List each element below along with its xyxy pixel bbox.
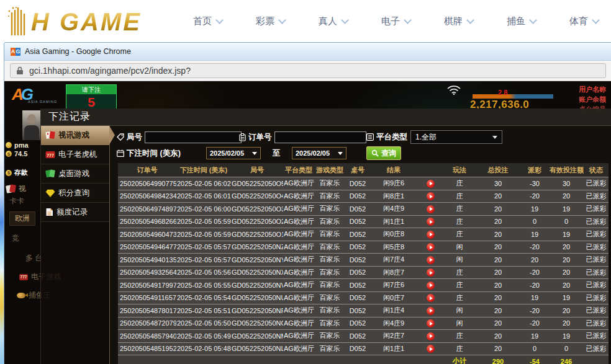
omnibox[interactable]: gci.1hhapi.com/agingame/pcv2/index.jsp? (10, 63, 606, 78)
cell-order: 250205064990775 (118, 177, 176, 190)
replay-button[interactable] (427, 256, 435, 264)
cell-status: 已派彩 (584, 254, 609, 267)
chevron-down-icon (466, 16, 474, 24)
cell-result: 闲4庄9 (370, 203, 417, 216)
replay-button[interactable] (427, 294, 435, 302)
nav-sports[interactable]: 体育 (569, 16, 599, 27)
cell-playtype: 小计 (443, 355, 476, 364)
cell-valid: 19 (549, 291, 584, 304)
order-input[interactable] (274, 131, 366, 143)
nav-slots[interactable]: 电子 (381, 16, 410, 27)
user-icon (6, 142, 12, 148)
cell-order: 250205064974897 (118, 203, 176, 216)
cell-payout: 19 (520, 228, 549, 241)
replay-button[interactable] (427, 180, 435, 188)
window-titlebar[interactable]: AG Asia Gaming - Google Chrome (4, 43, 611, 61)
replay-button[interactable] (427, 243, 435, 251)
cell-table: D052 (345, 241, 370, 254)
bg-menu-kaka[interactable]: 卡卡 (9, 196, 24, 206)
cell-bet: 20 (476, 215, 520, 228)
cell-payout: 0 (520, 342, 549, 355)
cell-empty (314, 355, 345, 364)
ag-logo: AG ASIA GAMING (12, 86, 57, 104)
cell-platform: AG欧洲厅 (283, 317, 314, 330)
cell-game: 百家乐 (314, 177, 345, 190)
replay-button[interactable] (427, 345, 435, 353)
cell-playtype: 庄 (443, 190, 476, 203)
deposit-button[interactable]: $存款 (6, 168, 28, 177)
cell-bet: 20 (476, 342, 520, 355)
menu-quota-records[interactable]: 额度记录 (41, 203, 109, 222)
cell-platform: AG欧洲厅 (283, 304, 314, 317)
cell-table: D052 (345, 304, 370, 317)
nav-chess[interactable]: 棋牌 (444, 16, 473, 27)
window-title: Asia Gaming - Google Chrome (25, 47, 131, 56)
col-replay (417, 163, 443, 177)
table-row: 2502050549464772025-02-05 05:57:52GD0522… (118, 241, 609, 254)
nav-lottery[interactable]: 彩票 (256, 16, 285, 27)
col-valid: 有效投注额 (549, 163, 584, 177)
cell-playtype: 庄 (443, 215, 476, 228)
cell-valid: 20 (549, 190, 584, 203)
cell-playtype: 庄 (443, 330, 476, 343)
chevron-down-icon (592, 16, 600, 24)
date-to-separator: 至 (273, 146, 281, 160)
cell-replay (417, 190, 443, 203)
bg-menu-video[interactable]: 视 (6, 184, 26, 194)
replay-button[interactable] (427, 231, 435, 239)
platform-select[interactable]: 1.全部 (410, 130, 502, 144)
cell-game: 百家乐 (314, 215, 345, 228)
cell-table: D052 (345, 215, 370, 228)
date-from[interactable]: 2025/02/05 (206, 146, 261, 160)
cell-round: GD052252050O2 (231, 215, 283, 228)
cell-bet: 20 (476, 330, 520, 343)
nav-live[interactable]: 真人 (319, 16, 348, 27)
modal-menu: 视讯游戏 777 电子老虎机 (40, 126, 110, 364)
nav-fishing[interactable]: 捕鱼 (507, 16, 536, 27)
table-row: 2502050549682662025-02-05 05:59:55GD0522… (118, 215, 609, 228)
col-platform: 平台类型 (283, 163, 314, 177)
cell-round: GD052252050NM (231, 330, 283, 343)
col-payout: 派彩 (520, 163, 549, 177)
cell-order: 250205054851952 (118, 342, 176, 355)
replay-button[interactable] (427, 205, 435, 213)
cell-result: 闲8庄7 (370, 266, 417, 279)
menu-slot-machine[interactable]: 777 电子老虎机 (41, 145, 109, 164)
chevron-down-icon (404, 16, 412, 24)
cell-round: GD052252050NY (231, 254, 283, 267)
bg-menu-jing[interactable]: 竞 (12, 233, 19, 244)
limit-text: 2 8 (498, 89, 507, 96)
cell-round: GD052252050NU (231, 291, 283, 304)
replay-button[interactable] (427, 282, 435, 290)
cell-status: 已派彩 (584, 266, 609, 279)
dealer-avatar (22, 110, 41, 140)
menu-table-games[interactable]: 桌面游戏 (41, 164, 109, 184)
table-row: 2502050549401352025-02-05 05:57:15GD0522… (118, 254, 609, 267)
nav-home[interactable]: 首页 (193, 16, 222, 27)
cell-replay (417, 241, 443, 254)
diamond-icon (45, 189, 55, 197)
replay-button[interactable] (427, 307, 435, 315)
cell-round: GD052252050NO (231, 317, 283, 330)
replay-button[interactable] (427, 319, 435, 327)
cell-bet: 20 (476, 228, 520, 241)
cell-table: D052 (345, 203, 370, 216)
table-row: 2502050549604732025-02-05 05:59:10GD0522… (118, 228, 609, 241)
date-to[interactable]: 2025/02/05 (292, 146, 346, 160)
replay-button[interactable] (427, 332, 435, 340)
replay-button[interactable] (427, 192, 435, 200)
site-header: H GAME 首页 彩票 真人 电子 棋牌 捕鱼 体育 (0, 0, 611, 42)
cell-time: 2025-02-05 05:51:15 (176, 304, 231, 317)
balance: $74.5 (6, 150, 27, 158)
menu-video-games[interactable]: 视讯游戏 (41, 126, 109, 145)
col-round: 局号 (231, 163, 283, 177)
bg-menu-europe[interactable]: 欧洲 (9, 211, 35, 226)
cell-status: 已派彩 (584, 203, 609, 216)
col-time: 下注时间 (美东) (176, 163, 231, 177)
cell-order: 250205054960473 (118, 228, 176, 241)
round-input[interactable] (145, 131, 242, 143)
search-button[interactable]: 查询 (366, 146, 401, 160)
replay-button[interactable] (427, 218, 435, 226)
replay-button[interactable] (427, 269, 435, 277)
menu-points-query[interactable]: 积分查询 (41, 184, 109, 203)
